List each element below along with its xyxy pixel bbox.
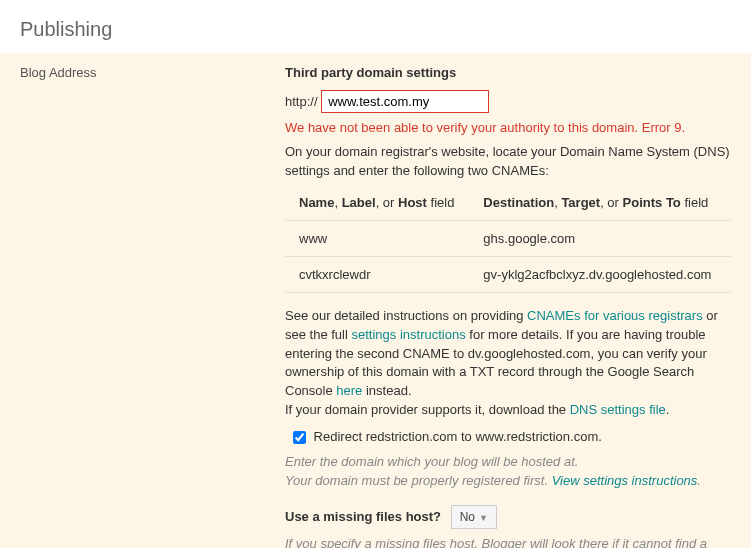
page-title: Publishing [20,18,731,41]
link-settings-instructions[interactable]: settings instructions [352,327,466,342]
help-text: See our detailed instructions on providi… [285,307,731,420]
missing-files-row: Use a missing files host? No▼ [285,505,731,529]
missing-files-label: Use a missing files host? [285,509,441,524]
cname-table: Name, Label, or Host field Destination, … [285,189,731,293]
error-message: We have not been able to verify your aut… [285,119,731,137]
redirect-row: Redirect redstriction.com to www.redstri… [285,428,731,447]
redirect-checkbox[interactable] [293,431,306,444]
link-search-console-here[interactable]: here [336,383,362,398]
link-dns-settings-file[interactable]: DNS settings file [570,402,666,417]
missing-files-dropdown[interactable]: No▼ [451,505,497,529]
chevron-down-icon: ▼ [479,513,488,523]
link-cname-registrars[interactable]: CNAMEs for various registrars [527,308,703,323]
redirect-label: Redirect redstriction.com to www.redstri… [310,429,602,444]
header: Publishing [0,0,751,53]
table-row: cvtkxrclewdr gv-yklg2acfbclxyz.dv.google… [285,256,731,292]
table-row: www ghs.google.com [285,220,731,256]
domain-input[interactable] [321,90,489,113]
hint-missing-files: If you specify a missing files host, Blo… [285,535,731,548]
label-blog-address: Blog Address [20,65,285,548]
cname-instructions: On your domain registrar's website, loca… [285,143,731,181]
hint-domain: Enter the domain which your blog will be… [285,453,731,491]
link-view-settings-instructions[interactable]: View settings instructions [552,473,698,488]
col-dest-header: Destination, Target, or Points To field [469,189,731,221]
url-prefix: http:// [285,94,321,109]
domain-heading: Third party domain settings [285,65,731,80]
col-name-header: Name, Label, or Host field [285,189,469,221]
